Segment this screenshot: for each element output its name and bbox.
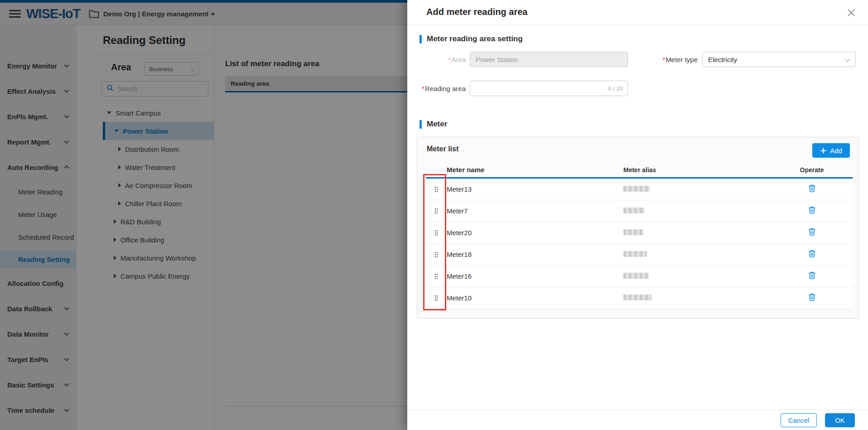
drag-handle-icon[interactable] [434, 273, 438, 279]
meter-table: Meter name Meter alias Operate Meter13 M… [426, 162, 853, 309]
table-row: Meter20 [426, 222, 853, 244]
table-row: Meter18 [426, 244, 853, 266]
plus-icon [820, 147, 827, 154]
redacted-alias [623, 229, 643, 235]
delete-icon[interactable] [808, 271, 816, 281]
meter-type-label: *Meter type [607, 56, 698, 63]
divider [407, 25, 868, 25]
drag-handle-icon[interactable] [434, 295, 438, 301]
section-meter: Meter [420, 120, 447, 129]
drag-handle-icon[interactable] [434, 230, 438, 236]
cancel-button[interactable]: Cancel [781, 413, 817, 427]
reading-area-input[interactable]: 0 / 20 [470, 81, 628, 96]
drag-handle-icon[interactable] [434, 251, 438, 257]
col-meter-alias: Meter alias [623, 166, 771, 174]
app-root: WISE-IoT Demo Org | Energy management En… [0, 0, 868, 430]
delete-icon[interactable] [808, 227, 816, 238]
col-meter-name: Meter name [447, 166, 623, 174]
ok-button[interactable]: OK [825, 413, 855, 427]
table-row: Meter10 [426, 287, 853, 309]
add-meter-reading-area-modal: Add meter reading area Meter reading are… [407, 0, 868, 430]
reading-area-label: *Reading area [407, 85, 466, 92]
redacted-alias [623, 295, 651, 300]
section-meter-reading-area-setting: Meter reading area setting [420, 34, 523, 43]
table-row: Meter16 [426, 266, 853, 287]
char-counter: 0 / 20 [608, 85, 623, 92]
modal-footer: Cancel OK [407, 410, 868, 430]
meter-type-select[interactable]: Electricity [702, 52, 856, 67]
area-field-label: *Area [407, 56, 466, 63]
modal-title: Add meter reading area [426, 7, 527, 17]
table-row: Meter13 [426, 179, 853, 200]
drag-handle-icon[interactable] [434, 186, 438, 192]
close-icon[interactable] [847, 9, 855, 17]
meter-list-title: Meter list [427, 145, 458, 153]
table-row: Meter7 [426, 200, 853, 222]
meter-table-header: Meter name Meter alias Operate [426, 162, 853, 179]
drag-handle-icon[interactable] [434, 208, 438, 214]
redacted-alias [623, 208, 645, 213]
redacted-alias [623, 186, 650, 192]
delete-icon[interactable] [808, 293, 816, 303]
delete-icon[interactable] [808, 184, 816, 194]
meter-list-panel: Meter list Add Meter name Meter alias Op… [417, 137, 859, 319]
redacted-alias [623, 273, 649, 279]
redacted-alias [623, 251, 647, 257]
delete-icon[interactable] [808, 206, 816, 216]
chevron-down-icon [845, 57, 850, 62]
area-field: Power Station [470, 52, 628, 67]
delete-icon[interactable] [808, 249, 816, 260]
add-meter-button[interactable]: Add [812, 143, 850, 158]
col-operate: Operate [771, 166, 853, 174]
